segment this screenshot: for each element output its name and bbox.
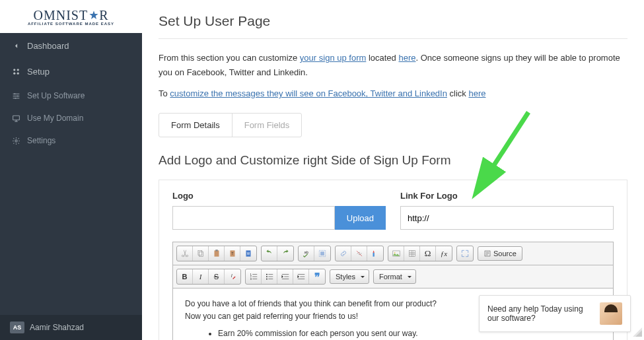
outdent-icon[interactable] [277,269,293,284]
sidebar-item-label: Set Up Software [27,91,85,100]
logo[interactable]: OMNIST R AFFILIATE SOFTWARE MADE EASY [28,8,114,26]
numberlist-icon[interactable]: 123 [246,269,262,284]
svg-point-1 [13,69,15,71]
sidebar: OMNIST R AFFILIATE SOFTWARE MADE EASY Da… [0,0,142,340]
logo-tagline: AFFILIATE SOFTWARE MADE EASY [28,22,114,26]
intro-paragraph-1: From this section you can customize your… [159,51,627,80]
svg-point-14 [186,255,188,257]
nav-section-setup[interactable]: Setup [0,59,142,85]
paste-word-icon[interactable]: W [240,246,256,261]
cut-icon[interactable] [177,246,193,261]
styles-select[interactable]: Styles [330,269,369,284]
svg-point-36 [266,276,268,277]
svg-rect-26 [373,253,375,257]
svg-point-35 [266,274,268,275]
link-icon[interactable] [336,246,351,261]
source-icon [483,250,491,257]
nav-dashboard[interactable]: Dashboard [0,33,142,59]
editor-toolbar-1: T W ab Ω [173,242,613,265]
paste-icon[interactable] [209,246,225,261]
link-for-logo-label: Link For Logo [400,191,614,201]
format-select[interactable]: Format [373,269,416,284]
blockquote-icon[interactable]: ❞ [309,269,325,284]
page-title: Set Up User Page [159,13,627,29]
spellcheck-icon[interactable]: ab [299,246,314,261]
upload-button[interactable]: Upload [335,206,386,230]
strike-icon[interactable]: S [209,269,225,284]
link-here-2[interactable]: here [468,88,485,98]
intro-paragraph-2: To customize the messages they will see … [159,86,627,101]
chat-text: Need any help Today using our software? [487,304,593,323]
svg-rect-11 [13,116,20,120]
source-button[interactable]: Source [478,246,522,261]
bulletlist-icon[interactable] [262,269,277,284]
svg-point-37 [266,279,268,280]
svg-rect-25 [320,252,324,255]
logo-area: OMNIST R AFFILIATE SOFTWARE MADE EASY [0,0,142,33]
svg-point-13 [182,255,183,257]
sidebar-user[interactable]: AS Aamir Shahzad [0,315,142,340]
link-customize-messages[interactable]: customize the messages they will see on … [170,88,447,98]
gear-icon [12,137,20,145]
svg-text:W: W [247,253,250,256]
svg-marker-0 [89,11,98,19]
logo-label: Logo [172,191,386,201]
tab-form-fields[interactable]: Form Fields [232,114,302,137]
svg-text:3: 3 [250,278,251,281]
copy-icon[interactable] [193,246,209,261]
main-content: Set Up User Page From this section you c… [142,0,644,340]
logo-text-suffix: R [99,8,108,23]
selectall-icon[interactable] [314,246,330,261]
undo-icon[interactable] [262,246,277,261]
sidebar-item-label: Settings [27,136,55,145]
svg-rect-15 [199,252,203,257]
tab-form-details[interactable]: Form Details [159,114,232,137]
svg-rect-5 [13,93,20,94]
nav-label: Dashboard [27,41,69,51]
chevron-left-icon [12,42,20,50]
table-icon[interactable] [404,246,420,261]
svg-point-4 [17,73,19,75]
svg-point-3 [13,73,15,75]
formula-icon[interactable]: ƒx [436,246,452,261]
unlink-icon[interactable] [351,246,367,261]
svg-point-2 [17,69,19,71]
image-icon[interactable] [388,246,404,261]
link-here-1[interactable]: here [398,53,415,63]
redo-icon[interactable] [277,246,293,261]
svg-text:ab: ab [304,250,308,254]
svg-rect-6 [13,95,20,96]
sidebar-item-label: Use My Domain [27,114,83,123]
svg-point-12 [15,139,17,141]
editor-toolbar-2: B I S I 123 ❞ Styles Format [173,265,613,289]
avatar: AS [10,322,24,333]
sidebar-item-setup-software[interactable]: Set Up Software [0,85,142,107]
bold-icon[interactable]: B [177,269,193,284]
divider [159,38,627,39]
svg-point-9 [17,95,18,96]
anchor-icon[interactable] [367,246,383,261]
chat-widget[interactable]: Need any help Today using our software? [479,295,631,332]
nav-section-label: Setup [27,67,50,77]
link-for-logo-input[interactable] [400,206,614,230]
svg-rect-16 [197,251,201,255]
logo-text: OMNIST [33,8,88,23]
link-sign-up-form[interactable]: your sign up form [300,53,366,63]
paste-text-icon[interactable]: T [225,246,240,261]
svg-rect-18 [215,250,218,251]
removeformat-icon[interactable]: I [225,269,240,284]
user-name: Aamir Shahzad [30,323,84,332]
chat-handle-icon[interactable] [633,327,642,337]
italic-icon[interactable]: I [193,269,209,284]
svg-text:I: I [231,273,233,278]
svg-point-8 [14,93,15,94]
dashboard-icon [12,67,20,76]
monitor-icon [12,114,20,123]
maximize-icon[interactable] [457,246,473,261]
sidebar-item-settings[interactable]: Settings [0,129,142,152]
sidebar-item-use-my-domain[interactable]: Use My Domain [0,107,142,129]
indent-icon[interactable] [293,269,309,284]
specialchar-icon[interactable]: Ω [420,246,436,261]
svg-text:T: T [231,253,233,256]
logo-input[interactable] [172,206,335,230]
